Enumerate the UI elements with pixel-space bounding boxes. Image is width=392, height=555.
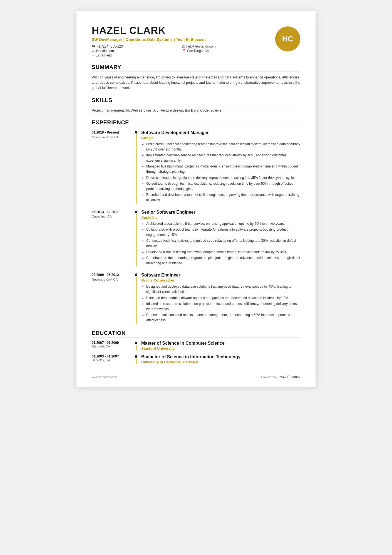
edu-right-1: Bachelor of Science in Information Techn… [141,354,300,364]
contact-phone: ☎ +1-(234)-555-1234 [92,45,177,48]
exp-job-title-2: Software Engineer [141,273,300,278]
edu-dot-1 [135,355,137,358]
linkedin-icon: ⊕ [92,49,94,53]
exp-dot-2 [135,273,137,276]
exp-right-1: Senior Software Engineer Apple Inc. Arch… [141,210,300,267]
edu-line-0 [136,345,137,351]
summary-title: SUMMARY [92,64,300,72]
edu-left-0: 01/2007 - 01/2009 Stanford, CA [92,341,135,351]
bullet: Implemented new web service architecture… [146,153,300,163]
skills-section: SKILLS Project management, AI, Web servi… [92,97,300,113]
bullet: Executed dependable software updates and… [146,295,300,301]
avatar: HC [275,26,300,51]
experience-title: EXPERIENCE [92,119,300,127]
candidate-name: HAZEL CLARK [92,25,267,36]
powered-by-label: Powered by [261,375,277,379]
exp-location-0: Mountain View, CA [92,135,132,139]
summary-section: SUMMARY With 14 years of engineering exp… [92,64,300,91]
exp-left-2: 08/2009 - 05/2013 Redwood City, CA [92,273,135,324]
exp-company-2: Oracle Corporation [141,278,300,282]
education-entry-1: 01/2003 - 01/2007 Berkeley, CA Bachelor … [92,354,300,364]
contact-grid: ☎ +1-(234)-555-1234 @ help@enhancv.com ⊕… [92,45,267,57]
edu-date-0: 01/2007 - 01/2009 [92,341,135,345]
exp-dot-1 [135,211,137,213]
star-icon: ☆ [92,53,95,57]
exp-job-title-0: Software Development Manager [141,130,300,135]
exp-date-2: 08/2009 - 05/2013 [92,273,132,277]
header-left: HAZEL CLARK SW DevManager | Operations D… [92,25,267,57]
contact-location: 📍 San Diego, CA [182,49,267,53]
email-icon: @ [182,45,185,48]
contact-extra: ☆ Extra Field [92,53,177,57]
edu-left-1: 01/2003 - 01/2007 Berkeley, CA [92,354,135,364]
exp-date-1: 06/2013 - 12/2017 [92,210,132,214]
exp-connector-2 [135,273,137,324]
brand-name: Enhancv [287,375,300,379]
bullet: Managed five high-impact projects simult… [146,164,300,174]
edu-school-1: University of California, Berkeley [141,360,300,364]
exp-connector-0 [135,130,137,204]
edu-line-1 [136,359,137,364]
bullet: Presented solutions and results to senio… [146,312,300,323]
exp-bullets-0: Led a cross-functional engineering team … [141,142,300,203]
phone-icon: ☎ [92,45,96,48]
edu-date-1: 01/2003 - 01/2007 [92,354,135,358]
resume-page: HAZEL CLARK SW DevManager | Operations D… [76,11,316,387]
contact-linkedin: ⊕ linkedin.com [92,49,177,53]
edu-connector-1 [135,354,137,364]
header: HAZEL CLARK SW DevManager | Operations D… [92,25,300,57]
exp-date-0: 01/2018 - Present [92,130,132,135]
contact-email: @ help@enhancv.com [182,45,267,48]
exp-left-1: 06/2013 - 12/2017 Cupertino, CA [92,210,135,267]
footer-url: www.enhancv.com [92,375,117,379]
exp-right-2: Software Engineer Oracle Corporation Des… [141,273,300,324]
exp-line-1 [136,214,137,267]
edu-degree-1: Bachelor of Science in Information Techn… [141,354,300,359]
exp-location-1: Cupertino, CA [92,215,132,218]
bullet: Initiated a cross-team collaboration pro… [146,301,300,312]
exp-connector-1 [135,210,137,267]
edu-degree-0: Master of Science in Computer Science [141,341,300,346]
edu-school-0: Stanford University [141,346,300,351]
bullet: Collaborated with product teams to integ… [146,227,300,237]
exp-line-2 [136,277,137,324]
experience-entry-2: 08/2009 - 05/2013 Redwood City, CA Softw… [92,273,300,324]
summary-text: With 14 years of engineering experience,… [92,75,300,91]
enhancv-logo-icon [279,375,286,379]
bullet: Conducted technical reviews and guided c… [146,238,300,248]
edu-connector-0 [135,341,137,351]
exp-bullets-1: Architected a scalable multi-tier servic… [141,221,300,266]
edu-dot-0 [135,342,137,344]
footer-powered: Powered by Enhancv [261,375,300,379]
enhancv-logo: Enhancv [279,375,300,379]
edu-right-0: Master of Science in Computer Science St… [141,341,300,351]
edu-location-0: Stanford, CA [92,345,135,348]
exp-company-0: Google [141,136,300,140]
education-section: EDUCATION 01/2007 - 01/2009 Stanford, CA… [92,330,300,364]
skills-title: SKILLS [92,97,300,105]
education-title: EDUCATION [92,330,300,338]
exp-bullets-2: Designed and deployed database solutions… [141,284,300,323]
footer: www.enhancv.com Powered by Enhancv [92,375,300,379]
bullet: Recruited and developed a team of skille… [146,192,300,203]
bullet: Drove continuous integration and deliver… [146,175,300,181]
candidate-title: SW DevManager | Operations Data Systems … [92,37,267,42]
experience-entry-1: 06/2013 - 12/2017 Cupertino, CA Senior S… [92,210,300,267]
exp-left-0: 01/2018 - Present Mountain View, CA [92,130,135,204]
exp-dot-0 [135,131,137,134]
location-icon: 📍 [182,49,186,53]
education-entry-0: 01/2007 - 01/2009 Stanford, CA Master of… [92,341,300,351]
experience-section: EXPERIENCE 01/2018 - Present Mountain Vi… [92,119,300,324]
bullet: Led a cross-functional engineering team … [146,142,300,152]
skills-text: Project management, AI, Web services, Ar… [92,108,300,113]
experience-entry-0: 01/2018 - Present Mountain View, CA Soft… [92,130,300,204]
exp-line-0 [136,134,137,204]
bullet: Guided teams through technical escalatio… [146,181,300,191]
edu-location-1: Berkeley, CA [92,358,135,362]
bullet: Architected a scalable multi-tier servic… [146,221,300,226]
bullet: Developed a robust testing framework ado… [146,250,300,255]
exp-job-title-1: Senior Software Engineer [141,210,300,215]
exp-company-1: Apple Inc. [141,215,300,219]
exp-location-2: Redwood City, CA [92,278,132,281]
bullet: Designed and deployed database solutions… [146,284,300,294]
